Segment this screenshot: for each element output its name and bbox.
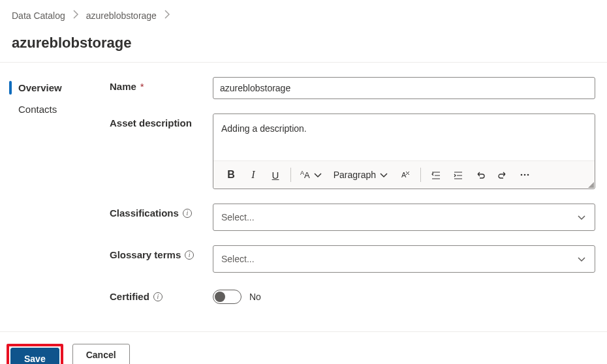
certified-label: Certified i [110,287,213,302]
underline-button[interactable]: U [264,165,287,185]
info-icon[interactable]: i [153,292,163,301]
clear-format-button[interactable]: A [394,165,416,185]
svg-point-2 [524,174,526,176]
clear-format-icon: A [400,170,411,180]
cancel-button[interactable]: Cancel [72,344,130,364]
svg-text:A: A [401,171,407,179]
redo-button[interactable] [491,165,514,185]
description-textarea[interactable]: Adding a description. [213,114,595,161]
name-label: Name* [110,77,213,92]
page-title: azureblobstorage [0,25,607,62]
chevron-down-icon [576,212,587,222]
certified-value-label: No [249,292,261,302]
footer-actions: Save Cancel [0,332,607,364]
classifications-select[interactable]: Select... [213,204,595,231]
undo-button[interactable] [469,165,491,185]
sidebar-item-contacts[interactable]: Contacts [0,99,98,120]
chevron-down-icon [576,254,587,264]
bold-button[interactable]: B [220,165,242,185]
font-size-icon: AA [300,170,310,180]
redo-icon [497,170,508,180]
info-icon[interactable]: i [183,209,192,218]
breadcrumb-item-asset[interactable]: azureblobstorage [86,10,157,21]
chevron-right-icon [162,9,172,22]
indent-button[interactable] [447,165,469,185]
glossary-label: Glossary terms i [110,245,213,260]
name-input[interactable] [213,77,595,99]
description-label: Asset description [110,114,213,129]
classifications-label: Classifications i [110,204,213,219]
undo-icon [475,170,486,180]
info-icon[interactable]: i [185,250,194,260]
chevron-down-icon [313,170,323,180]
outdent-icon [431,170,441,180]
paragraph-style-dropdown[interactable]: Paragraph [328,165,394,185]
font-size-dropdown[interactable]: AA [295,165,328,185]
editor-toolbar: B I U AA Paragraph [213,161,595,189]
breadcrumb-item-root[interactable]: Data Catalog [12,10,65,21]
glossary-select[interactable]: Select... [213,245,595,273]
resize-handle[interactable] [588,182,594,188]
chevron-right-icon [70,9,81,22]
svg-point-3 [527,174,529,176]
certified-toggle[interactable] [213,290,241,304]
sidebar-item-overview[interactable]: Overview [0,77,98,99]
outdent-button[interactable] [425,165,447,185]
sidebar: Overview Contacts [0,68,98,318]
description-editor: Adding a description. B I U AA Parag [213,114,595,189]
breadcrumb: Data Catalog azureblobstorage [0,0,607,25]
indent-icon [453,170,463,180]
svg-point-1 [521,174,523,176]
save-button[interactable]: Save [10,348,59,364]
more-button[interactable] [514,165,536,185]
chevron-down-icon [379,170,389,180]
italic-button[interactable]: I [242,165,264,185]
ellipsis-icon [520,170,530,180]
highlight-save: Save [7,344,63,364]
